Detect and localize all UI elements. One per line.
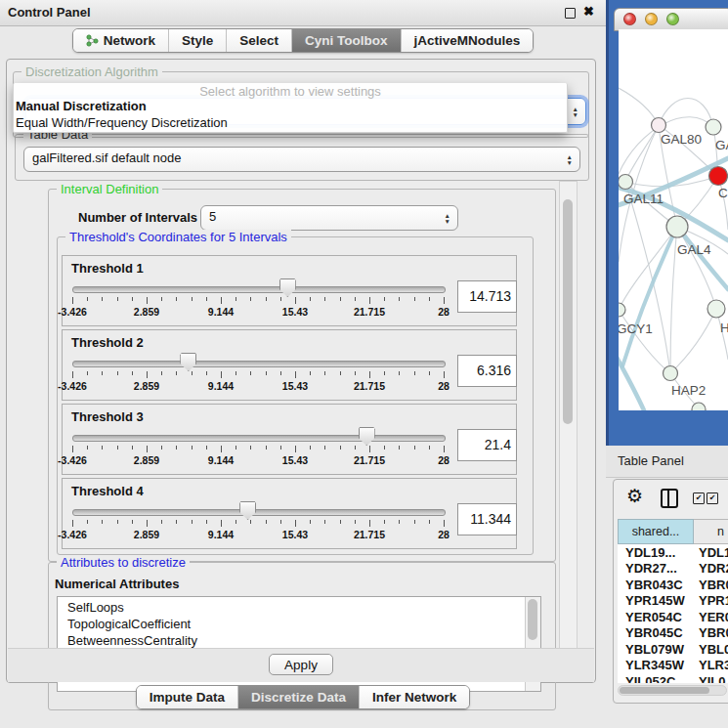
split-panel-icon[interactable] xyxy=(661,489,678,508)
tick-label: 9.144 xyxy=(208,306,234,318)
tick-mark xyxy=(399,520,400,524)
settings-scrollbar-thumb[interactable] xyxy=(563,199,573,424)
network-node[interactable] xyxy=(664,366,678,381)
zoom-traffic-light-icon[interactable] xyxy=(666,13,679,25)
table-row[interactable]: YLR345WYLR3 xyxy=(618,658,728,674)
threshold-value-field[interactable]: 6.316 xyxy=(457,355,517,387)
table-row[interactable]: YBR045CYBR0 xyxy=(618,625,728,642)
combo-stepper-icon: ▲▼ xyxy=(445,213,450,224)
tick-mark xyxy=(147,446,148,452)
tick-label: 2.859 xyxy=(134,529,159,540)
network-node[interactable] xyxy=(709,167,728,186)
table-row[interactable]: YPR145WYPR1 xyxy=(618,593,728,610)
network-node[interactable] xyxy=(692,403,706,410)
close-icon[interactable]: ✖ xyxy=(583,4,594,19)
algorithm-option-manual-discretization[interactable]: Manual Discretization xyxy=(14,99,567,115)
cell-name: YDR2 xyxy=(694,561,728,576)
settings-scrollbar[interactable] xyxy=(559,181,578,649)
network-node[interactable] xyxy=(619,175,633,190)
tab-network[interactable]: Network xyxy=(73,29,168,52)
threshold-value-field[interactable]: 11.344 xyxy=(457,503,517,535)
network-titlebar[interactable] xyxy=(614,8,728,31)
tab-infer-network[interactable]: Infer Network xyxy=(359,686,469,708)
tick-mark xyxy=(221,297,222,304)
tab-select[interactable]: Select xyxy=(226,29,291,52)
list-item[interactable]: TopologicalCoefficient xyxy=(58,616,540,632)
tab-cyni-toolbox[interactable]: Cyni Toolbox xyxy=(291,29,401,52)
table-row[interactable]: YDL19...YDL1 xyxy=(618,544,728,561)
table-row[interactable]: YBL079WYBL0 xyxy=(618,641,728,658)
slider-track[interactable] xyxy=(72,509,446,516)
cell-name: YLR3 xyxy=(694,658,728,672)
apply-band: Apply xyxy=(8,648,594,682)
minimize-traffic-light-icon[interactable] xyxy=(645,13,658,25)
intervals-combo[interactable]: 5 ▲▼ xyxy=(200,205,458,231)
slider-thumb[interactable] xyxy=(359,427,375,446)
tick-label: -3.426 xyxy=(58,529,87,540)
network-icon xyxy=(86,34,99,47)
tick-mark xyxy=(295,446,296,452)
tick-mark xyxy=(221,371,222,378)
table-row[interactable]: YBR043CYBR0 xyxy=(618,577,728,593)
tab-style[interactable]: Style xyxy=(168,29,226,52)
close-traffic-light-icon[interactable] xyxy=(623,13,636,25)
table-data-combo[interactable]: galFiltered.sif default node ▲▼ xyxy=(23,147,580,172)
network-node[interactable] xyxy=(652,118,666,133)
threshold-value-field[interactable]: 21.4 xyxy=(457,429,517,461)
slider-track[interactable] xyxy=(72,435,446,442)
tick-mark xyxy=(117,297,118,301)
network-graph[interactable]: GAL80GACGAL11GAL4GCY1HHAP2 xyxy=(619,29,728,410)
network-node[interactable] xyxy=(666,216,688,237)
cell-shared-name: YBR045C xyxy=(618,625,694,640)
tick-mark xyxy=(206,520,207,524)
cell-shared-name: YDR27... xyxy=(618,561,694,576)
algorithm-hint: Select algorithm to view settings xyxy=(14,84,567,99)
tick-mark xyxy=(161,297,162,301)
tab-impute-data[interactable]: Impute Data xyxy=(137,686,237,708)
node-label: GA xyxy=(715,138,728,152)
checkbox-icon[interactable]: ✔ xyxy=(693,492,705,504)
tick-mark xyxy=(310,297,311,301)
apply-button[interactable]: Apply xyxy=(269,654,333,675)
gear-icon[interactable]: ⚙ xyxy=(626,485,643,507)
table-row[interactable]: YIL052CYIL0 xyxy=(618,673,728,683)
node-label: HAP2 xyxy=(671,383,706,398)
slider-track[interactable] xyxy=(72,286,446,293)
list-item[interactable]: BetweennessCentrality xyxy=(58,632,540,649)
network-node[interactable] xyxy=(619,303,625,317)
algorithm-dropdown-popup: Select algorithm to view settings Manual… xyxy=(13,83,568,133)
tick-mark xyxy=(414,297,415,301)
column-header-shared-name[interactable]: shared... xyxy=(618,519,694,544)
network-canvas[interactable]: GAL80GACGAL11GAL4GCY1HHAP2 xyxy=(619,29,728,410)
tick-mark xyxy=(444,297,445,304)
table-panel-window: ⚙ ✔ ✔ shared... n YDL19...YDL1YDR27...YD… xyxy=(613,479,728,704)
tick-label: 21.715 xyxy=(354,306,385,318)
slider-thumb[interactable] xyxy=(279,278,296,297)
horizontal-scrollbar[interactable] xyxy=(618,685,727,696)
table-row[interactable]: YER054CYER0 xyxy=(618,609,728,625)
network-node[interactable] xyxy=(706,119,721,135)
network-node[interactable] xyxy=(707,300,725,318)
column-header-name[interactable]: n xyxy=(694,519,728,544)
horizontal-scrollbar-thumb[interactable] xyxy=(620,687,709,694)
list-item[interactable]: SelfLoops xyxy=(58,599,540,616)
slider-thumb[interactable] xyxy=(239,501,256,520)
tick-mark xyxy=(132,297,133,301)
float-panel-icon[interactable] xyxy=(565,8,576,19)
list-scrollbar-thumb[interactable] xyxy=(528,599,537,640)
tab-discretize-data[interactable]: Discretize Data xyxy=(237,686,359,708)
checkbox-icon[interactable]: ✔ xyxy=(707,492,718,504)
threshold-value-field[interactable]: 14.713 xyxy=(457,280,517,313)
tick-mark xyxy=(280,371,281,375)
table-panel-title: Table Panel xyxy=(618,453,684,468)
slider-thumb[interactable] xyxy=(180,353,196,371)
top-tab-row: NetworkStyleSelectCyni ToolboxjActiveMNo… xyxy=(0,28,606,53)
tab-jactivemnodules[interactable]: jActiveMNodules xyxy=(401,29,534,52)
tick-mark xyxy=(444,371,445,378)
tick-mark xyxy=(340,371,341,375)
algorithm-option-equal-width-frequency-discretization[interactable]: Equal Width/Frequency Discretization xyxy=(14,115,567,132)
threshold-card-1: Threshold 1-3.4262.8599.14415.4321.71528… xyxy=(62,255,517,326)
slider-track[interactable] xyxy=(72,361,446,367)
table-row[interactable]: YDR27...YDR2 xyxy=(618,561,728,578)
tick-label: 28 xyxy=(438,529,450,540)
